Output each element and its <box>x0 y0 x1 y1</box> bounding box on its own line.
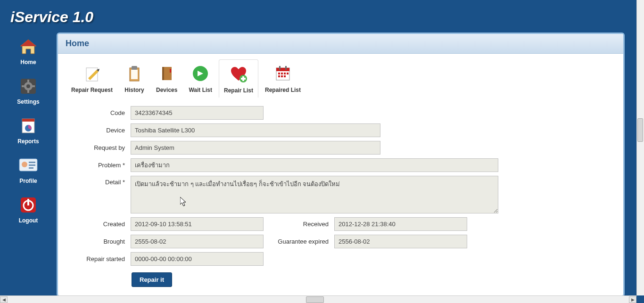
svg-rect-44 <box>285 66 287 70</box>
sidebar-item-home[interactable]: Home <box>18 36 39 66</box>
sidebar-item-label: Reports <box>17 138 39 145</box>
sidebar-item-label: Settings <box>17 98 39 105</box>
scroll-left-icon[interactable]: ◀ <box>0 296 8 303</box>
guarantee-field[interactable] <box>334 235 467 248</box>
scroll-right-icon[interactable]: ▶ <box>629 296 636 303</box>
tab-repair-request[interactable]: Repair Request <box>66 59 117 98</box>
horizontal-scrollbar[interactable]: ◀ ▶ <box>0 295 636 303</box>
toolbar: Repair Request History Devices Wait List <box>58 54 623 98</box>
svg-rect-25 <box>131 70 138 79</box>
svg-rect-19 <box>27 199 29 205</box>
tab-label: Devices <box>156 87 177 93</box>
edit-icon <box>82 63 102 84</box>
tab-label: Wait List <box>189 87 212 93</box>
svg-point-13 <box>22 162 27 167</box>
device-field[interactable] <box>131 123 380 137</box>
vertical-scrollbar[interactable] <box>636 0 644 295</box>
sidebar-item-logout[interactable]: Logout <box>18 195 39 224</box>
label-detail: Detail * <box>69 176 131 186</box>
svg-rect-8 <box>32 85 35 87</box>
svg-rect-35 <box>276 68 289 71</box>
sidebar-item-reports[interactable]: Reports <box>17 115 39 145</box>
label-guarantee: Guarantee expired <box>273 238 334 245</box>
brought-field[interactable] <box>131 235 264 248</box>
svg-rect-5 <box>27 80 29 82</box>
svg-rect-40 <box>278 75 280 77</box>
label-brought: Brought <box>69 238 131 245</box>
main-panel: Home Repair Request History Devices <box>57 33 625 297</box>
form-area: Code Device Request by Problem * <box>58 98 623 295</box>
tab-wait-list[interactable]: Wait List <box>184 59 217 98</box>
tab-label: Repair List <box>224 87 253 94</box>
label-device: Device <box>69 127 131 134</box>
scroll-thumb[interactable] <box>306 296 324 303</box>
report-icon <box>18 115 39 136</box>
page-title: Home <box>66 39 616 49</box>
problem-field[interactable] <box>131 158 498 172</box>
sidebar-item-profile[interactable]: Profile <box>18 155 39 184</box>
request-by-field[interactable] <box>131 141 380 155</box>
svg-rect-7 <box>22 85 25 87</box>
book-icon <box>157 63 177 84</box>
svg-rect-43 <box>279 66 281 70</box>
repair-it-button[interactable]: Repair it <box>132 272 172 287</box>
clipboard-icon <box>124 63 145 84</box>
app-title: iService 1.0 <box>0 0 644 33</box>
svg-rect-10 <box>22 119 34 122</box>
label-created: Created <box>69 221 131 228</box>
tab-repaired-list[interactable]: Repaired List <box>260 59 305 98</box>
label-repair-started: Repair started <box>69 255 131 262</box>
svg-rect-28 <box>170 69 171 73</box>
home-icon <box>18 36 39 57</box>
svg-rect-42 <box>284 75 286 77</box>
svg-rect-16 <box>29 167 33 169</box>
svg-rect-14 <box>29 162 35 163</box>
arrow-right-icon <box>190 63 211 84</box>
calendar-icon <box>272 63 293 84</box>
scroll-thumb-vertical[interactable] <box>637 118 643 142</box>
panel-header: Home <box>58 34 623 54</box>
svg-rect-37 <box>281 73 283 74</box>
created-field[interactable] <box>131 217 264 231</box>
detail-field[interactable] <box>131 176 498 213</box>
sidebar-item-label: Home <box>20 59 36 66</box>
tab-label: History <box>124 87 144 93</box>
svg-rect-36 <box>278 73 280 74</box>
gear-icon <box>18 76 39 97</box>
svg-rect-27 <box>162 67 164 80</box>
profile-icon <box>18 155 39 176</box>
tab-label: Repair Request <box>71 87 113 93</box>
sidebar-item-settings[interactable]: Settings <box>17 76 39 105</box>
svg-rect-24 <box>132 66 137 70</box>
svg-rect-38 <box>284 73 286 74</box>
tab-repair-list[interactable]: Repair List <box>219 59 258 98</box>
label-request-by: Request by <box>69 144 131 151</box>
sidebar-item-label: Logout <box>19 217 38 224</box>
sidebar: Home Settings Reports Profile Logout <box>0 33 57 224</box>
svg-rect-15 <box>29 164 35 166</box>
sidebar-item-label: Profile <box>19 178 37 184</box>
label-code: Code <box>69 109 131 116</box>
tab-devices[interactable]: Devices <box>151 59 182 98</box>
svg-point-4 <box>26 84 30 88</box>
svg-rect-33 <box>241 78 246 80</box>
tab-label: Repaired List <box>265 87 301 93</box>
label-problem: Problem * <box>69 162 131 169</box>
svg-rect-41 <box>281 75 283 77</box>
svg-rect-39 <box>287 73 289 74</box>
code-field[interactable] <box>131 106 264 120</box>
scroll-track[interactable] <box>8 296 629 303</box>
power-icon <box>18 195 39 215</box>
label-received: Received <box>273 221 334 228</box>
repair-started-field[interactable] <box>131 252 264 266</box>
svg-marker-1 <box>20 40 36 46</box>
received-field[interactable] <box>334 217 467 231</box>
svg-rect-6 <box>27 90 29 93</box>
heart-plus-icon <box>228 64 249 84</box>
tab-history[interactable]: History <box>119 59 149 98</box>
